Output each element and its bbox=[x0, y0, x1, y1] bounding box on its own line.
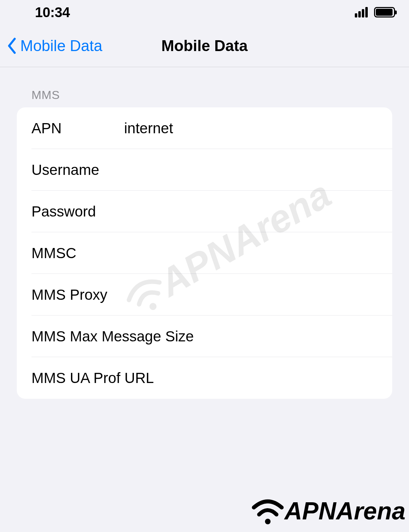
label-username: Username bbox=[31, 162, 124, 178]
navigation-bar: Mobile Data Mobile Data bbox=[0, 24, 409, 67]
input-password[interactable] bbox=[124, 191, 392, 232]
row-username[interactable]: Username bbox=[17, 149, 392, 191]
battery-icon bbox=[374, 7, 395, 17]
row-password[interactable]: Password bbox=[17, 191, 392, 232]
label-mms-ua-prof: MMS UA Prof URL bbox=[31, 370, 392, 386]
row-apn[interactable]: APN bbox=[17, 107, 392, 149]
settings-group-mms: APN Username Password MMSC MMS Proxy MMS… bbox=[17, 107, 392, 399]
input-username[interactable] bbox=[124, 149, 392, 191]
row-mmsc[interactable]: MMSC bbox=[17, 232, 392, 274]
input-mms-proxy[interactable] bbox=[208, 274, 392, 315]
status-time: 10:34 bbox=[35, 5, 70, 20]
label-apn: APN bbox=[31, 120, 124, 137]
footer-logo: APNArena bbox=[250, 494, 406, 529]
section-header-mms: MMS bbox=[17, 67, 392, 107]
status-bar: 10:34 bbox=[0, 0, 409, 24]
content-area: MMS APN Username Password MMSC MMS Proxy… bbox=[0, 67, 409, 399]
status-indicators bbox=[355, 7, 395, 17]
svg-point-1 bbox=[265, 519, 271, 524]
page-title: Mobile Data bbox=[162, 37, 248, 55]
label-mmsc: MMSC bbox=[31, 245, 124, 262]
row-mms-max-size[interactable]: MMS Max Message Size bbox=[17, 315, 392, 357]
row-mms-proxy[interactable]: MMS Proxy bbox=[17, 274, 392, 315]
cellular-signal-icon bbox=[355, 7, 368, 17]
label-mms-proxy: MMS Proxy bbox=[31, 286, 208, 303]
label-password: Password bbox=[31, 203, 124, 220]
input-mmsc[interactable] bbox=[124, 232, 392, 274]
footer-logo-text: APNArena bbox=[285, 497, 406, 525]
chevron-back-icon bbox=[7, 37, 17, 54]
label-mms-max-size: MMS Max Message Size bbox=[31, 328, 392, 345]
wifi-icon bbox=[250, 494, 285, 529]
back-label: Mobile Data bbox=[20, 37, 102, 55]
back-button[interactable]: Mobile Data bbox=[7, 37, 102, 55]
input-apn[interactable] bbox=[124, 107, 392, 149]
row-mms-ua-prof[interactable]: MMS UA Prof URL bbox=[17, 357, 392, 399]
